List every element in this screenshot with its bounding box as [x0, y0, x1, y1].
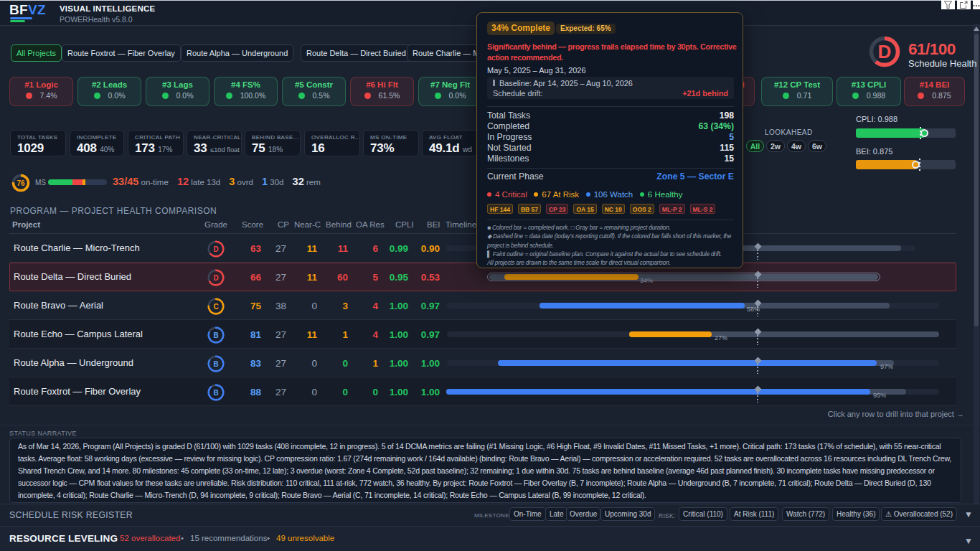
svg-text:C: C [213, 303, 218, 311]
svg-text:D: D [878, 41, 892, 62]
svg-text:B: B [213, 360, 218, 368]
svg-text:76: 76 [17, 179, 25, 187]
svg-text:D: D [213, 245, 218, 253]
svg-text:B: B [213, 389, 218, 397]
svg-text:B: B [213, 331, 218, 339]
svg-text:D: D [213, 274, 218, 282]
